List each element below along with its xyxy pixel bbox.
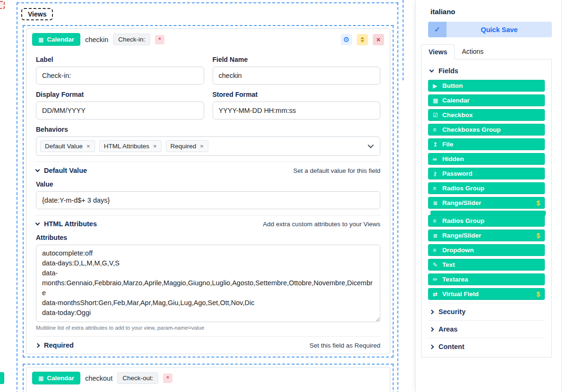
field-name-label: Field Name <box>213 56 381 63</box>
selected-field-wrapper[interactable]: ▦ Calendar checkin Check-in: * ⚙ × <box>23 25 394 358</box>
refresh-brackets-icon: ⇄ <box>433 291 442 298</box>
chevron-down-icon <box>35 168 40 172</box>
tab[interactable]: Actions <box>455 44 490 60</box>
field-type-button-calendar[interactable]: ▦ Calendar <box>32 33 80 46</box>
builder-sidebar: italiano ✓ Quick Save ViewsActions Field… <box>415 0 562 392</box>
field-palette-button[interactable]: ≡ Radios Group <box>428 215 545 227</box>
default-value-toggle[interactable]: Default Value Set a default value for th… <box>36 167 380 174</box>
required-section: Required Set this field as Required <box>36 336 380 354</box>
field-palette-label: Virtual Field <box>442 290 479 298</box>
field-palette-button[interactable]: ≋ Range/Slider $ <box>428 230 545 241</box>
field-move-button[interactable] <box>357 34 368 45</box>
stored-format-group: Stored Format <box>213 85 381 119</box>
default-value-input[interactable] <box>36 191 380 209</box>
field-palette-button[interactable]: ≋ Range/Slider $ <box>428 197 545 209</box>
field-palette-label: Radios Group <box>442 185 484 192</box>
required-asterisk: * <box>155 35 164 44</box>
checkout-field-header: ▦ Calendar checkout Check-out: * <box>26 367 390 388</box>
field-delete-button[interactable]: × <box>373 34 384 45</box>
close-icon: × <box>377 35 381 43</box>
behaviors-select[interactable]: Default Value × HTML Attributes × Requir… <box>36 136 380 156</box>
accordion-section-toggle[interactable]: Areas <box>428 320 545 338</box>
remove-chip-icon[interactable]: × <box>153 143 157 149</box>
field-palette-button[interactable]: ⚷ Password <box>428 168 545 179</box>
field-palette-label: Checkbox <box>442 111 473 119</box>
chevron-right-icon <box>35 343 40 348</box>
checkout-field-wrapper[interactable]: ▦ Calendar checkout Check-out: * <box>23 364 394 392</box>
accordion-section-toggle[interactable]: Security <box>428 303 545 320</box>
quick-save-button[interactable]: ✓ Quick Save <box>428 22 552 37</box>
chevron-down-icon <box>430 68 434 73</box>
field-palette-button[interactable]: ✏ Textarea <box>428 273 545 285</box>
field-palette-button[interactable]: ▶ Button <box>428 80 545 92</box>
stored-format-label: Stored Format <box>213 91 381 98</box>
stored-format-input[interactable] <box>213 102 381 119</box>
wrench-icon: ⚙ <box>343 35 349 44</box>
field-name-input[interactable] <box>213 67 381 85</box>
attributes-textarea[interactable]: autocomplete:off data-days:D,L,M,M,G,V,S… <box>36 245 380 322</box>
behavior-chip[interactable]: Default Value × <box>40 140 95 152</box>
accordion-section-toggle[interactable]: Content <box>428 338 545 355</box>
fields-accordion-toggle[interactable]: Fields <box>428 65 545 80</box>
key-icon: ⚷ <box>433 170 442 177</box>
field-name-group: Field Name <box>213 50 381 85</box>
calendar-icon: ▦ <box>433 97 442 104</box>
field-palette-button[interactable]: ⇄ Virtual Field $ <box>428 288 545 300</box>
field-palette-button[interactable]: ≡ Checkboxes Group <box>428 124 545 136</box>
field-palette-label: Checkboxes Group <box>442 126 501 133</box>
field-palette-button[interactable]: ✎ Text <box>428 259 545 271</box>
field-palette-button[interactable]: ≡ Dropdown <box>428 244 545 256</box>
value-label: Value <box>36 180 380 188</box>
behavior-chip[interactable]: Required × <box>166 140 208 152</box>
field-palette-button[interactable]: ≡ Radios Group <box>428 182 545 194</box>
field-settings-button[interactable]: ⚙ <box>341 34 352 45</box>
remove-chip-icon[interactable]: × <box>86 143 90 149</box>
field-palette-label: Textarea <box>442 276 468 283</box>
behavior-chip[interactable]: HTML Attributes × <box>99 140 162 152</box>
form-name: italiano <box>430 8 561 16</box>
field-palette-label: Button <box>442 82 463 89</box>
pencil-square-icon: ✎ <box>433 262 442 268</box>
list-ol-icon: ≡ <box>433 185 442 192</box>
calendar-icon: ▦ <box>38 37 43 43</box>
clipped-fragment-red <box>0 1 5 9</box>
field-palette-row: ≡ Radios Group <box>428 215 545 227</box>
sidebar-tab-panel: Fields ▶ Button ▦ Calendar <box>421 60 552 358</box>
chevron-down-icon <box>368 142 374 148</box>
field-palette-row: ▶ Button <box>428 80 545 92</box>
field-palette-label: Range/Slider <box>442 232 481 239</box>
required-title: Required <box>44 341 74 349</box>
field-type-button-calendar[interactable]: ▦ Calendar <box>32 372 80 384</box>
display-format-group: Display Format <box>36 85 204 119</box>
default-value-section: Default Value Set a default value for th… <box>36 162 380 209</box>
required-toggle[interactable]: Required Set this field as Required <box>36 341 380 349</box>
remove-chip-icon[interactable]: × <box>200 143 204 149</box>
field-palette-button[interactable]: ☑ Checkbox <box>428 109 545 121</box>
attributes-label: Attributes <box>36 234 380 241</box>
field-palette-button[interactable]: ▦ Calendar <box>428 94 545 106</box>
views-container[interactable]: Views ▦ Calendar checkin Check-in: * ⚙ <box>17 2 398 392</box>
required-asterisk: * <box>163 374 172 383</box>
label-field-label: Label <box>36 56 204 63</box>
field-palette-button[interactable]: ↥ File <box>428 138 545 150</box>
field-type-label: Calendar <box>47 36 74 43</box>
display-format-input[interactable] <box>36 102 204 119</box>
field-label-tag: Check-in: <box>113 34 150 45</box>
accordion-section-title: Areas <box>438 325 457 333</box>
field-palette-row: ≡ Checkboxes Group <box>428 124 545 136</box>
pencil-icon: ✏ <box>433 276 442 283</box>
html-attributes-title: HTML Attributes <box>44 220 97 228</box>
html-attributes-toggle[interactable]: HTML Attributes Add extra custom attribu… <box>36 220 380 228</box>
move-down-icon <box>361 40 364 43</box>
views-container-label[interactable]: Views <box>21 8 53 20</box>
tab[interactable]: Views <box>421 44 455 60</box>
accordion-section-title: Content <box>438 343 464 350</box>
html-attributes-hint: Add extra custom attributes to your View… <box>263 221 380 228</box>
field-palette-label: Hidden <box>442 155 464 162</box>
field-label-tag: Check-out: <box>117 372 158 384</box>
label-input[interactable] <box>36 67 204 85</box>
move-up-icon <box>361 37 364 39</box>
field-palette: ▶ Button ▦ Calendar ☑ Checkbox <box>428 80 545 300</box>
chevron-right-icon <box>430 327 434 332</box>
field-palette-button[interactable]: ∞ Hidden <box>428 153 545 165</box>
